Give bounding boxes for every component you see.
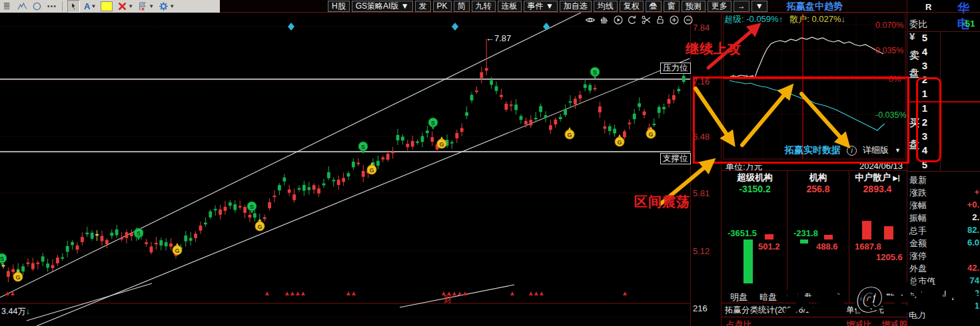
ladder-side-卖: 卖 (909, 49, 919, 62)
menu-item-12[interactable]: 叠 (646, 1, 662, 12)
sell-signal-marker: S (428, 118, 438, 130)
trend-peaks-icon[interactable] (17, 1, 28, 12)
event-cai-label: 财 (444, 294, 452, 305)
stats-foot-label: 暗盘 (759, 291, 777, 303)
svg-text:S: S (137, 230, 141, 237)
buy-level-4: 4 (919, 144, 930, 156)
svg-text:S: S (593, 69, 597, 76)
stats-col-total-1: -3150.2 (724, 184, 786, 194)
next-page-icon[interactable]: ▶| (891, 174, 899, 182)
zoom-out-icon[interactable] (683, 15, 694, 25)
menu-lines-icon[interactable] (2, 1, 13, 12)
axis-label-6.48: 6.48 (693, 132, 710, 142)
dropdown-caret-icon[interactable]: ▼ (128, 3, 133, 9)
price-axis: 7.847.166.485.815.12216 (691, 13, 722, 326)
play-icon[interactable] (613, 15, 624, 25)
stats-bar-value: 501.2 (758, 242, 780, 251)
quote-row-label-7: 外盘 (909, 263, 927, 275)
stats-col-total-3: 2893.4 (850, 184, 905, 194)
buy-signal-marker: G (615, 134, 624, 146)
stats-bar-value: -3651.5 (728, 228, 757, 238)
dropdown-caret-icon[interactable]: ▼ (169, 3, 175, 9)
event-triangle-icon (534, 291, 538, 295)
dropdown-caret-icon[interactable]: ▼ (149, 3, 154, 9)
svg-text:G: G (648, 131, 653, 138)
dropdown-caret-icon[interactable]: ▼ (91, 3, 96, 9)
settings-gear-icon[interactable]: ▼ (158, 1, 175, 12)
stats-bottom-tab-增减股[interactable]: 增减股 (881, 319, 907, 326)
menu-item-6[interactable]: 九转 (472, 1, 496, 12)
svg-text:S: S (361, 144, 365, 150)
quote-row-label-5: 金额 (909, 238, 927, 249)
realtime-data-row: 拓赢实时数据 i 详细版 ▼ (785, 144, 901, 156)
diamond-marker-icon (288, 23, 294, 31)
quote-panel: R华电委比-51¥卖盘买盘5432112345最新涨跌+涨幅+0.振幅2.总手8… (907, 0, 980, 326)
menu-item-9[interactable]: 加自选 (560, 1, 592, 12)
volume-value: 3.44万 (1, 307, 26, 316)
menu-item-11[interactable]: 复权 (620, 1, 644, 12)
hand-icon[interactable] (599, 15, 610, 25)
stats-bar-value: 1687.8 (855, 242, 881, 251)
menu-item-3[interactable]: 发 (415, 1, 431, 12)
buy-level-1: 1 (919, 102, 930, 114)
axis-label-5.81: 5.81 (693, 188, 710, 198)
menu-item-5[interactable]: 简 (454, 1, 470, 12)
more-dots-icon[interactable] (46, 1, 57, 12)
chevron-down-icon[interactable]: ▼ (895, 147, 901, 154)
info-icon[interactable]: i (847, 146, 857, 156)
drawing-toolbar: A▼▼▼▼ (0, 0, 220, 13)
diamond-marker-icon (543, 23, 550, 31)
color-swatch-yellow[interactable] (100, 1, 113, 12)
svg-text:S: S (0, 255, 4, 262)
lock-icon[interactable] (655, 15, 666, 25)
quote-row-value-5: 6.0 (949, 238, 979, 247)
weibi-label: 委比 (909, 19, 927, 31)
stats-bar-value: 1205.6 (876, 252, 903, 262)
mini-axis-label--0.035%: -0.035% (875, 110, 907, 120)
pressure-level-label: 压力位 (660, 63, 691, 74)
volume-readout: 3.44万↓ (1, 306, 30, 317)
menu-item-1[interactable]: H股 (328, 1, 350, 12)
sell-level-3: 3 (919, 60, 930, 71)
scissors-icon[interactable] (641, 15, 652, 25)
circle-tool-icon[interactable] (31, 1, 43, 12)
legend-retail: 散户: 0.027%↓ (789, 14, 845, 24)
undo-icon[interactable] (627, 15, 638, 25)
ladder-side-买: 买 (909, 117, 919, 130)
menu-item-8[interactable]: 事件 ▼ (524, 1, 558, 12)
detail-version-button[interactable]: 详细版 (863, 144, 889, 156)
chart-toolbar (585, 15, 694, 25)
menu-item-14[interactable]: 预测 (682, 1, 706, 12)
sell-level-4: 4 (919, 46, 930, 57)
retail-trend-line (729, 37, 883, 78)
buy-level-2: 2 (919, 116, 930, 128)
text-tool-icon[interactable]: A▼ (83, 1, 97, 12)
menu-item-17[interactable]: ▼ (751, 1, 767, 12)
menu-item-13[interactable]: 窗 (664, 1, 680, 12)
quote-row-value-3: 2. (949, 212, 979, 222)
stats-bottom-tab-占盘比[interactable]: 占盘比 (726, 319, 752, 326)
delete-x-icon[interactable]: ▼ (117, 1, 134, 12)
flag-cut-icon[interactable]: ▼ (137, 1, 155, 12)
menu-item-10[interactable]: 均线 (594, 1, 618, 12)
menu-item-15[interactable]: 更多 (708, 1, 732, 12)
sell-level-1: 1 (919, 88, 930, 99)
event-triangle-icon (285, 291, 289, 295)
menu-item-16[interactable]: → (734, 1, 749, 12)
buy-signal-marker: G (255, 219, 264, 231)
toolbar-separator (62, 1, 63, 11)
watermark: 头条 @书海精灵 (785, 278, 980, 319)
axis-label-7.16: 7.16 (693, 77, 710, 86)
stats-bar (824, 235, 833, 240)
stats-bar-value: -231.8 (793, 228, 818, 238)
svg-text:S: S (431, 120, 435, 126)
event-triangle-icon (463, 291, 467, 295)
cursor-tool-icon[interactable] (67, 0, 80, 13)
eye-icon[interactable] (585, 15, 596, 25)
menu-item-2[interactable]: GS策略AI版 ▼ (352, 1, 413, 12)
stats-foot-label: 明盘 (730, 291, 747, 303)
menu-item-7[interactable]: 连板 (498, 1, 522, 12)
menu-item-4[interactable]: PK (433, 1, 452, 12)
zoom-in-icon[interactable] (669, 15, 680, 25)
stats-bottom-tab-增减比[interactable]: 增减比 (846, 319, 872, 326)
